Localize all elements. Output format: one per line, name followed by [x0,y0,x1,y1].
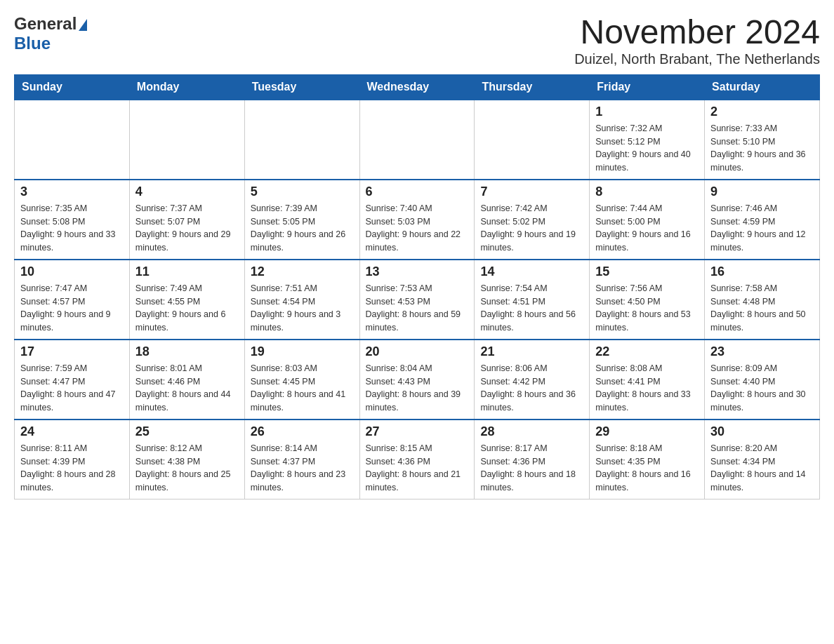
day-number: 27 [366,424,469,439]
day-info: Sunrise: 7:59 AM Sunset: 4:47 PM Dayligh… [20,362,124,415]
logo-triangle-icon [79,19,87,31]
calendar-cell: 17Sunrise: 7:59 AM Sunset: 4:47 PM Dayli… [15,340,130,420]
calendar-week-row: 10Sunrise: 7:47 AM Sunset: 4:57 PM Dayli… [15,260,820,340]
day-info: Sunrise: 8:20 AM Sunset: 4:34 PM Dayligh… [710,442,814,495]
day-number: 29 [595,424,699,439]
day-info: Sunrise: 7:46 AM Sunset: 4:59 PM Dayligh… [710,202,814,255]
day-info: Sunrise: 7:53 AM Sunset: 4:53 PM Dayligh… [366,282,469,335]
calendar-cell: 9Sunrise: 7:46 AM Sunset: 4:59 PM Daylig… [705,180,820,260]
weekday-header-monday: Monday [129,74,244,100]
calendar-cell: 12Sunrise: 7:51 AM Sunset: 4:54 PM Dayli… [244,260,359,340]
day-number: 22 [595,344,699,359]
calendar-cell: 28Sunrise: 8:17 AM Sunset: 4:36 PM Dayli… [475,420,590,499]
day-number: 16 [710,264,814,279]
logo: General Blue [14,14,87,53]
day-info: Sunrise: 8:11 AM Sunset: 4:39 PM Dayligh… [20,442,124,495]
day-number: 28 [480,424,583,439]
page-header: General Blue November 2024 Duizel, North… [14,14,820,67]
calendar-cell: 30Sunrise: 8:20 AM Sunset: 4:34 PM Dayli… [705,420,820,499]
calendar-cell: 26Sunrise: 8:14 AM Sunset: 4:37 PM Dayli… [244,420,359,499]
weekday-header-row: SundayMondayTuesdayWednesdayThursdayFrid… [15,74,820,100]
day-number: 14 [480,264,583,279]
day-info: Sunrise: 8:03 AM Sunset: 4:45 PM Dayligh… [251,362,354,415]
day-info: Sunrise: 8:17 AM Sunset: 4:36 PM Dayligh… [480,442,583,495]
day-info: Sunrise: 7:35 AM Sunset: 5:08 PM Dayligh… [20,202,124,255]
day-info: Sunrise: 7:56 AM Sunset: 4:50 PM Dayligh… [595,282,699,335]
calendar-cell: 29Sunrise: 8:18 AM Sunset: 4:35 PM Dayli… [590,420,705,499]
calendar-cell: 11Sunrise: 7:49 AM Sunset: 4:55 PM Dayli… [129,260,244,340]
calendar-week-row: 24Sunrise: 8:11 AM Sunset: 4:39 PM Dayli… [15,420,820,499]
calendar-cell: 22Sunrise: 8:08 AM Sunset: 4:41 PM Dayli… [590,340,705,420]
day-info: Sunrise: 8:01 AM Sunset: 4:46 PM Dayligh… [135,362,239,415]
calendar-cell: 21Sunrise: 8:06 AM Sunset: 4:42 PM Dayli… [475,340,590,420]
day-info: Sunrise: 8:12 AM Sunset: 4:38 PM Dayligh… [135,442,239,495]
logo-blue: Blue [14,34,51,53]
day-number: 12 [251,264,354,279]
day-info: Sunrise: 8:18 AM Sunset: 4:35 PM Dayligh… [595,442,699,495]
day-info: Sunrise: 7:54 AM Sunset: 4:51 PM Dayligh… [480,282,583,335]
weekday-header-tuesday: Tuesday [244,74,359,100]
calendar-table: SundayMondayTuesdayWednesdayThursdayFrid… [14,74,820,499]
day-info: Sunrise: 7:32 AM Sunset: 5:12 PM Dayligh… [595,122,699,175]
calendar-cell: 16Sunrise: 7:58 AM Sunset: 4:48 PM Dayli… [705,260,820,340]
day-number: 7 [480,185,583,199]
day-number: 25 [135,424,239,439]
calendar-cell: 4Sunrise: 7:37 AM Sunset: 5:07 PM Daylig… [129,180,244,260]
day-number: 18 [135,344,239,359]
weekday-header-friday: Friday [590,74,705,100]
page-title: November 2024 [574,14,820,51]
day-number: 3 [20,185,124,199]
day-number: 8 [595,185,699,199]
weekday-header-sunday: Sunday [15,74,130,100]
day-info: Sunrise: 7:49 AM Sunset: 4:55 PM Dayligh… [135,282,239,335]
weekday-header-thursday: Thursday [475,74,590,100]
day-info: Sunrise: 7:40 AM Sunset: 5:03 PM Dayligh… [366,202,469,255]
day-number: 15 [595,264,699,279]
day-info: Sunrise: 8:15 AM Sunset: 4:36 PM Dayligh… [366,442,469,495]
day-info: Sunrise: 8:14 AM Sunset: 4:37 PM Dayligh… [251,442,354,495]
calendar-cell [475,100,590,180]
calendar-cell: 3Sunrise: 7:35 AM Sunset: 5:08 PM Daylig… [15,180,130,260]
day-info: Sunrise: 7:58 AM Sunset: 4:48 PM Dayligh… [710,282,814,335]
day-number: 11 [135,264,239,279]
calendar-week-row: 3Sunrise: 7:35 AM Sunset: 5:08 PM Daylig… [15,180,820,260]
day-info: Sunrise: 7:47 AM Sunset: 4:57 PM Dayligh… [20,282,124,335]
day-info: Sunrise: 7:44 AM Sunset: 5:00 PM Dayligh… [595,202,699,255]
day-number: 30 [710,424,814,439]
calendar-cell: 7Sunrise: 7:42 AM Sunset: 5:02 PM Daylig… [475,180,590,260]
calendar-cell [15,100,130,180]
day-info: Sunrise: 7:37 AM Sunset: 5:07 PM Dayligh… [135,202,239,255]
calendar-cell [359,100,475,180]
day-info: Sunrise: 8:08 AM Sunset: 4:41 PM Dayligh… [595,362,699,415]
weekday-header-saturday: Saturday [705,74,820,100]
day-number: 20 [366,344,469,359]
calendar-cell: 20Sunrise: 8:04 AM Sunset: 4:43 PM Dayli… [359,340,475,420]
logo-general: General [14,14,77,34]
day-info: Sunrise: 8:09 AM Sunset: 4:40 PM Dayligh… [710,362,814,415]
day-number: 4 [135,185,239,199]
day-info: Sunrise: 7:33 AM Sunset: 5:10 PM Dayligh… [710,122,814,175]
calendar-cell: 5Sunrise: 7:39 AM Sunset: 5:05 PM Daylig… [244,180,359,260]
calendar-week-row: 17Sunrise: 7:59 AM Sunset: 4:47 PM Dayli… [15,340,820,420]
calendar-cell: 14Sunrise: 7:54 AM Sunset: 4:51 PM Dayli… [475,260,590,340]
day-number: 19 [251,344,354,359]
day-info: Sunrise: 7:51 AM Sunset: 4:54 PM Dayligh… [251,282,354,335]
day-number: 17 [20,344,124,359]
calendar-cell: 10Sunrise: 7:47 AM Sunset: 4:57 PM Dayli… [15,260,130,340]
calendar-cell: 25Sunrise: 8:12 AM Sunset: 4:38 PM Dayli… [129,420,244,499]
day-number: 6 [366,185,469,199]
day-number: 23 [710,344,814,359]
calendar-cell: 1Sunrise: 7:32 AM Sunset: 5:12 PM Daylig… [590,100,705,180]
calendar-cell: 27Sunrise: 8:15 AM Sunset: 4:36 PM Dayli… [359,420,475,499]
page-subtitle: Duizel, North Brabant, The Netherlands [574,51,820,67]
calendar-cell [129,100,244,180]
calendar-cell: 23Sunrise: 8:09 AM Sunset: 4:40 PM Dayli… [705,340,820,420]
calendar-cell: 6Sunrise: 7:40 AM Sunset: 5:03 PM Daylig… [359,180,475,260]
title-area: November 2024 Duizel, North Brabant, The… [574,14,820,67]
day-number: 2 [710,105,814,119]
day-info: Sunrise: 7:39 AM Sunset: 5:05 PM Dayligh… [251,202,354,255]
calendar-cell: 15Sunrise: 7:56 AM Sunset: 4:50 PM Dayli… [590,260,705,340]
day-number: 21 [480,344,583,359]
calendar-cell: 13Sunrise: 7:53 AM Sunset: 4:53 PM Dayli… [359,260,475,340]
day-number: 10 [20,264,124,279]
